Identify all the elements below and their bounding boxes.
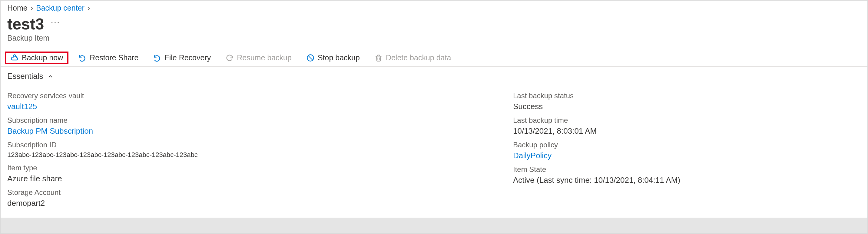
chevron-up-icon — [47, 73, 54, 80]
file-recovery-label: File Recovery — [164, 53, 211, 62]
essentials-right-column: Last backup status Success Last backup t… — [513, 90, 861, 209]
essentials-panel: Recovery services vault vault125 Subscri… — [1, 86, 867, 217]
subscription-name-label: Subscription name — [7, 116, 501, 124]
stop-icon — [306, 54, 315, 62]
last-backup-time-value: 10/13/2021, 8:03:01 AM — [513, 126, 861, 136]
file-recovery-button[interactable]: File Recovery — [148, 52, 216, 64]
recovery-vault-value[interactable]: vault125 — [7, 102, 501, 111]
item-type-value: Azure file share — [7, 174, 501, 183]
chevron-right-icon: › — [88, 4, 90, 12]
undo-icon — [78, 54, 87, 62]
page-title: test3 — [7, 15, 44, 33]
backup-policy-label: Backup policy — [513, 141, 861, 149]
breadcrumb: Home › Backup center › — [1, 1, 867, 12]
stop-backup-button[interactable]: Stop backup — [301, 52, 365, 64]
essentials-toggle[interactable]: Essentials — [1, 67, 867, 86]
storage-account-value: demopart2 — [7, 199, 501, 208]
breadcrumb-backup-center[interactable]: Backup center — [36, 4, 85, 12]
restore-share-button[interactable]: Restore Share — [73, 52, 143, 64]
delete-backup-label: Delete backup data — [386, 53, 451, 62]
refresh-icon — [225, 54, 234, 62]
delete-backup-button: Delete backup data — [370, 52, 456, 64]
more-actions-button[interactable]: ··· — [51, 17, 60, 27]
stop-backup-label: Stop backup — [318, 53, 360, 62]
backup-now-label: Backup now — [22, 53, 63, 62]
command-bar: Backup now Restore Share File Recovery — [1, 49, 867, 67]
item-state-label: Item State — [513, 165, 861, 174]
recovery-vault-label: Recovery services vault — [7, 91, 501, 100]
item-state-value: Active (Last sync time: 10/13/2021, 8:04… — [513, 175, 861, 185]
trash-icon — [374, 54, 383, 62]
backup-policy-value[interactable]: DailyPolicy — [513, 151, 861, 160]
cloud-backup-icon — [10, 54, 19, 62]
essentials-left-column: Recovery services vault vault125 Subscri… — [7, 90, 501, 209]
page-subtitle: Backup Item — [1, 33, 867, 49]
bottom-area — [1, 217, 867, 233]
item-type-label: Item type — [7, 164, 501, 172]
essentials-label: Essentials — [7, 71, 43, 81]
restore-share-label: Restore Share — [90, 53, 138, 62]
backup-now-button[interactable]: Backup now — [5, 52, 68, 64]
last-backup-time-label: Last backup time — [513, 116, 861, 124]
chevron-right-icon: › — [31, 4, 33, 12]
resume-backup-button: Resume backup — [220, 52, 297, 64]
resume-backup-label: Resume backup — [237, 53, 292, 62]
subscription-id-value: 123abc-123abc-123abc-123abc-123abc-123ab… — [7, 151, 501, 159]
storage-account-label: Storage Account — [7, 188, 501, 197]
last-backup-status-value: Success — [513, 102, 861, 111]
subscription-name-value[interactable]: Backup PM Subscription — [7, 126, 501, 136]
svg-line-1 — [308, 56, 313, 60]
breadcrumb-home[interactable]: Home — [7, 4, 28, 12]
subscription-id-label: Subscription ID — [7, 141, 501, 149]
undo-icon — [153, 54, 161, 62]
last-backup-status-label: Last backup status — [513, 91, 861, 100]
